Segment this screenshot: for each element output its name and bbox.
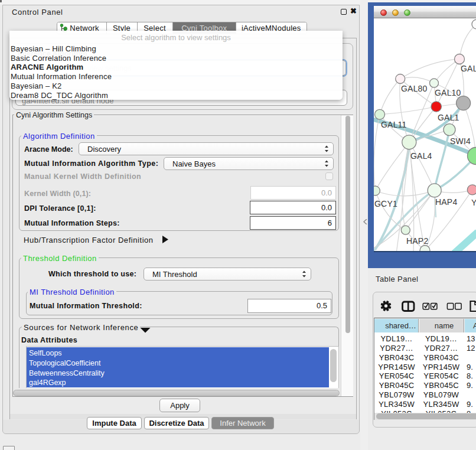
svg-text:GAL4: GAL4	[410, 151, 432, 161]
svg-text:GCY1: GCY1	[374, 199, 397, 208]
svg-text:GAL1: GAL1	[438, 113, 459, 122]
svg-text:YMR2: YMR2	[471, 198, 476, 207]
svg-text:GAL7: GAL7	[461, 64, 476, 73]
svg-text:HAP4: HAP4	[435, 197, 457, 207]
svg-text:GAL10: GAL10	[435, 88, 461, 97]
svg-text:SWI4: SWI4	[450, 136, 471, 146]
svg-text:HAP2: HAP2	[406, 236, 428, 246]
svg-text:GAL80: GAL80	[401, 84, 428, 93]
svg-text:GAL11: GAL11	[381, 120, 407, 129]
